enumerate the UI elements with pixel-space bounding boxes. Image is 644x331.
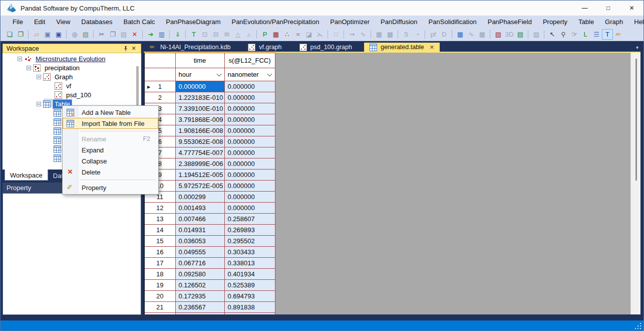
precipitation-table-icon[interactable]: ▦ — [270, 29, 281, 40]
table-row[interactable]: 6 9.553062E-008 0.000000 — [144, 136, 275, 147]
tree-item[interactable]: psd_100 — [3, 90, 141, 99]
menu-item[interactable]: PanSolidification — [423, 18, 482, 26]
table-row[interactable]: 17 0.067716 0.338013 — [144, 258, 275, 269]
menu-item[interactable]: Databases — [76, 18, 118, 26]
table-row[interactable]: 7 4.777754E-007 0.000000 — [144, 147, 275, 158]
cut-icon[interactable]: ✂ — [96, 29, 107, 40]
table-row[interactable]: 16 0.049555 0.303433 — [144, 247, 275, 258]
table-row[interactable]: 2 1.223183E-010 0.000000 — [144, 92, 275, 103]
context-menu-item[interactable]: Delete — [63, 167, 158, 178]
tree-item[interactable]: Graph — [3, 72, 141, 81]
row-header[interactable]: 1 — [144, 81, 175, 92]
table-row[interactable]: 5 1.908166E-008 0.000000 — [144, 125, 275, 136]
delete-icon[interactable]: ✕ — [129, 29, 140, 40]
cell-sigma[interactable]: 0.000000 — [224, 81, 275, 92]
document-tab[interactable]: psd_100.graph — [294, 43, 358, 52]
optimize-points-icon[interactable]: ⇝ — [347, 29, 358, 40]
cube-3d-icon[interactable]: ▧ — [493, 29, 504, 40]
table-row[interactable]: 11 0.000299 0.000000 — [144, 192, 275, 203]
cell-time[interactable]: 0.007466 — [175, 214, 224, 225]
menu-item[interactable]: Graph — [599, 18, 628, 26]
context-menu-item[interactable]: Expand — [63, 144, 158, 155]
tree-expander-icon[interactable] — [18, 57, 22, 61]
scatter-icon[interactable]: ∷ — [331, 29, 342, 40]
row-header[interactable]: 13 — [144, 214, 175, 225]
document-tab[interactable]: generated.table ✕ — [364, 43, 440, 52]
resize-grip-icon[interactable] — [634, 322, 641, 329]
save-all-icon[interactable]: ▣ — [53, 29, 64, 40]
diffusion-cell-icon[interactable]: ▩ — [385, 29, 396, 40]
point-calculation-icon[interactable]: ⊡ — [199, 29, 210, 40]
cell-time[interactable]: 1.194512E-005 — [175, 170, 224, 181]
context-menu-item[interactable]: Import Table from File — [63, 118, 158, 129]
tree-expander-icon[interactable] — [27, 66, 31, 70]
row-header[interactable]: 2 — [144, 92, 175, 103]
cell-sigma[interactable]: 0.000000 — [224, 192, 275, 203]
cell-time[interactable]: 4.777754E-007 — [175, 147, 224, 158]
menu-item[interactable]: PanEvolution/PanPrecipitation — [226, 18, 325, 26]
network-icon[interactable]: ⋋ — [314, 29, 326, 40]
ttt-curves-icon[interactable]: ≈ — [292, 29, 303, 40]
context-menu-item[interactable]: Property — [63, 182, 158, 193]
cell-sigma[interactable]: 0.000000 — [224, 170, 275, 181]
unit-dropdown-time[interactable]: hour — [175, 68, 224, 81]
view-3d-icon[interactable]: 3D — [504, 29, 515, 40]
row-header[interactable]: 15 — [144, 236, 175, 247]
context-menu-item[interactable] — [63, 178, 158, 182]
table-row[interactable]: 13 0.007466 0.258607 — [144, 214, 275, 225]
tdb-database-icon[interactable]: T — [188, 29, 199, 40]
row-header[interactable]: 18 — [144, 269, 175, 280]
row-header[interactable]: 17 — [144, 258, 175, 269]
cell-sigma[interactable]: 0.295502 — [224, 236, 275, 247]
print-preview-icon[interactable]: ◎ — [69, 29, 80, 40]
grid-tool-icon[interactable]: ▦ — [477, 29, 488, 40]
cell-sigma[interactable]: 0.000000 — [224, 114, 275, 125]
row-header[interactable]: 19 — [144, 280, 175, 291]
table-row[interactable]: 9 1.194512E-005 0.000000 — [144, 170, 275, 181]
table-row[interactable]: 3 7.339100E-010 0.000000 — [144, 103, 275, 114]
table-row[interactable]: 18 0.092580 0.401934 — [144, 269, 275, 280]
cell-sigma[interactable]: 0.000000 — [224, 125, 275, 136]
cell-sigma[interactable]: 0.694793 — [224, 291, 275, 302]
paint-database-icon[interactable]: ◔ — [412, 29, 423, 40]
cell-sigma[interactable]: 0.269893 — [224, 225, 275, 236]
row-header[interactable]: 16 — [144, 247, 175, 258]
cell-time[interactable]: 0.126502 — [175, 280, 224, 291]
document-tab[interactable]: vf.graph — [242, 43, 287, 52]
table-row[interactable]: 15 0.036053 0.295502 — [144, 236, 275, 247]
cell-sigma[interactable]: 0.338013 — [224, 258, 275, 269]
row-header[interactable]: 21 — [144, 302, 175, 313]
optimize-curve-icon[interactable]: ∿ — [358, 29, 369, 40]
copy-icon[interactable]: ❐ — [107, 29, 118, 40]
tree-expander-icon[interactable] — [37, 102, 41, 106]
unit-dropdown-sigma[interactable]: nanometer — [224, 68, 275, 81]
cell-sigma[interactable]: 0.525389 — [224, 280, 275, 291]
open-file-icon[interactable]: ▱ — [31, 29, 42, 40]
solidification-calc-icon[interactable]: ▵ — [243, 29, 254, 40]
table-row[interactable]: 20 0.172935 0.694793 — [144, 291, 275, 302]
column-header-sigma[interactable]: s(@L12_FCC) — [224, 53, 275, 68]
tab-list-dropdown-icon[interactable]: ▾ — [636, 45, 638, 50]
cell-time[interactable]: 9.553062E-008 — [175, 136, 224, 147]
tab-close-icon[interactable]: ✕ — [430, 44, 434, 51]
context-menu-item[interactable] — [63, 129, 158, 133]
line-calculation-icon[interactable]: ⊟ — [210, 29, 221, 40]
select-cursor-icon[interactable]: ↖ — [547, 29, 558, 40]
context-menu-item[interactable]: Add a New Table — [63, 107, 158, 118]
print-icon[interactable]: ▤ — [80, 29, 91, 40]
menu-item[interactable]: Edit — [29, 18, 51, 26]
document-tab[interactable]: Ni-14Al_Precipitation.kdb — [144, 43, 236, 52]
sidebar-tab[interactable]: Workspace — [5, 170, 48, 181]
table-row[interactable]: 8 2.388999E-006 0.000000 — [144, 158, 275, 170]
export-excel-icon[interactable]: ▤ — [515, 29, 526, 40]
tree-item[interactable]: vf — [3, 81, 141, 90]
menu-item[interactable]: View — [51, 18, 76, 26]
cell-time[interactable]: 0.001493 — [175, 203, 224, 214]
menu-item[interactable]: Property — [537, 18, 573, 26]
cell-time[interactable]: 0.067716 — [175, 258, 224, 269]
table-row[interactable]: 12 0.001493 0.000000 — [144, 203, 275, 214]
menu-item[interactable]: Table — [573, 18, 599, 26]
tree-expander-icon[interactable] — [37, 75, 41, 79]
solidification-db-icon[interactable]: S — [401, 29, 412, 40]
diffusion-grid-icon[interactable]: ▦ — [374, 29, 385, 40]
